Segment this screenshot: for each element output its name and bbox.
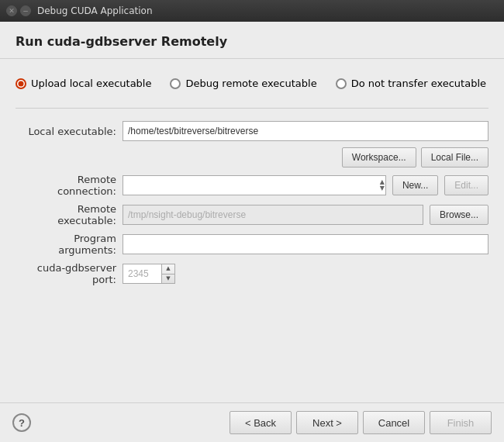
- workspace-button[interactable]: Workspace...: [342, 147, 416, 167]
- radio-debug-remote[interactable]: Debug remote executable: [170, 78, 316, 89]
- radio-debug-remote-label: Debug remote executable: [185, 78, 316, 89]
- remote-executable-label: Remote executable:: [16, 203, 116, 226]
- spinner-up-arrow[interactable]: ▲: [162, 264, 174, 275]
- finish-button[interactable]: Finish: [430, 411, 492, 434]
- window-title: Debug CUDA Application: [37, 5, 153, 16]
- help-button[interactable]: ?: [12, 413, 31, 432]
- minimize-button[interactable]: −: [20, 5, 31, 16]
- local-executable-row: Local executable:: [16, 121, 488, 141]
- cuda-port-label: cuda-gdbserver port:: [16, 262, 116, 285]
- program-arguments-row: Program arguments:: [16, 233, 488, 256]
- divider: [16, 108, 488, 109]
- title-bar: ✕ − Debug CUDA Application: [0, 0, 504, 22]
- dialog-header: Run cuda-gdbserver Remotely: [0, 22, 504, 59]
- local-file-button[interactable]: Local File...: [421, 147, 488, 167]
- spinner-arrows: ▲ ▼: [161, 264, 175, 284]
- new-connection-button[interactable]: New...: [392, 175, 438, 195]
- footer-left: ?: [12, 413, 31, 432]
- program-arguments-input[interactable]: [123, 234, 488, 254]
- radio-no-transfer[interactable]: Do not transfer executable: [336, 78, 486, 89]
- radio-no-transfer-label: Do not transfer executable: [351, 78, 486, 89]
- cuda-port-input[interactable]: [123, 264, 161, 284]
- remote-executable-input[interactable]: [123, 205, 423, 225]
- dialog-footer: ? < Back Next > Cancel Finish: [0, 402, 504, 442]
- spinner-down-arrow[interactable]: ▼: [162, 275, 174, 284]
- remote-connection-select-wrapper: ▲ ▼: [123, 175, 386, 195]
- footer-right: < Back Next > Cancel Finish: [230, 411, 492, 434]
- edit-connection-button[interactable]: Edit...: [444, 175, 488, 195]
- local-executable-input[interactable]: [123, 121, 488, 141]
- form-grid: Local executable: Workspace... Local Fil…: [16, 121, 488, 285]
- program-arguments-label: Program arguments:: [16, 233, 116, 256]
- radio-debug-remote-input[interactable]: [170, 78, 181, 89]
- radio-upload[interactable]: Upload local executable: [16, 78, 151, 89]
- back-button[interactable]: < Back: [230, 411, 292, 434]
- cuda-port-spinner: ▲ ▼: [123, 264, 175, 284]
- browse-button[interactable]: Browse...: [430, 205, 488, 225]
- cuda-port-row: cuda-gdbserver port: ▲ ▼: [16, 262, 488, 285]
- radio-upload-label: Upload local executable: [31, 78, 151, 89]
- window-controls: ✕ −: [6, 5, 31, 16]
- cancel-button[interactable]: Cancel: [363, 411, 425, 434]
- dialog-heading: Run cuda-gdbserver Remotely: [16, 34, 488, 49]
- radio-no-transfer-input[interactable]: [336, 78, 347, 89]
- transfer-mode-group: Upload local executable Debug remote exe…: [16, 71, 488, 95]
- close-button[interactable]: ✕: [6, 5, 17, 16]
- dialog-body: Upload local executable Debug remote exe…: [0, 59, 504, 402]
- next-button[interactable]: Next >: [296, 411, 358, 434]
- file-buttons-row: Workspace... Local File...: [16, 147, 488, 167]
- remote-connection-row: Remote connection: ▲ ▼ New... Edit...: [16, 174, 488, 197]
- remote-executable-row: Remote executable: Browse...: [16, 203, 488, 226]
- radio-upload-input[interactable]: [16, 78, 26, 89]
- local-executable-label: Local executable:: [16, 126, 116, 137]
- dialog: Run cuda-gdbserver Remotely Upload local…: [0, 22, 504, 442]
- remote-connection-select[interactable]: [123, 175, 386, 195]
- remote-connection-label: Remote connection:: [16, 174, 116, 197]
